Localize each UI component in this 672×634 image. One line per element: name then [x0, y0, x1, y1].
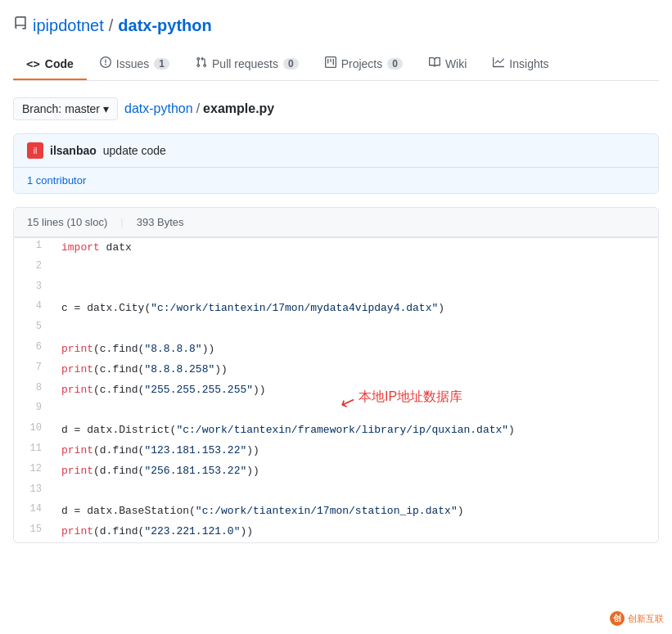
line-number: 4	[14, 299, 55, 319]
commit-footer: 1 contributor	[14, 168, 658, 193]
repo-header: ipipdotnet / datx-python	[13, 16, 659, 35]
breadcrumb-current-file: example.py	[203, 101, 274, 116]
repo-title-separator: /	[109, 16, 114, 35]
line-number: 5	[14, 319, 55, 339]
tab-pull-requests[interactable]: Pull requests 0	[183, 48, 312, 80]
pull-requests-badge: 0	[283, 58, 299, 70]
line-code: print(c.find("8.8.8.258"))	[55, 360, 658, 380]
line-code: c = datx.City("c:/work/tiantexin/17mon/m…	[55, 299, 658, 319]
file-size: 393 Bytes	[137, 216, 184, 228]
table-row: 10 d = datx.District("c:/work/tiantexin/…	[14, 420, 658, 441]
branch-selector[interactable]: Branch: master ▾	[13, 97, 118, 120]
line-code	[55, 259, 658, 279]
line-code: import datx	[55, 238, 658, 259]
line-number: 7	[14, 360, 55, 380]
file-path-row: Branch: master ▾ datx-python / example.p…	[13, 97, 659, 120]
pull-requests-icon	[196, 56, 207, 70]
tab-code-label: Code	[45, 57, 74, 70]
table-row: 1 import datx	[14, 238, 658, 259]
table-row: 6 print(c.find("8.8.8.8"))	[14, 339, 658, 360]
tab-pull-requests-label: Pull requests	[212, 57, 278, 70]
issues-badge: 1	[154, 58, 169, 70]
table-row: 5	[14, 319, 658, 339]
line-number: 9	[14, 400, 55, 420]
line-number: 14	[14, 501, 55, 522]
table-row: 12 print(d.find("256.181.153.22"))	[14, 461, 658, 482]
table-row: 14 d = datx.BaseStation("c:/work/tiantex…	[14, 501, 658, 522]
projects-icon	[325, 56, 336, 70]
wiki-icon	[429, 56, 440, 70]
line-code	[55, 279, 658, 299]
line-number: 2	[14, 259, 55, 279]
nav-tabs: <> Code Issues 1 Pull requests 0 Project…	[13, 48, 659, 81]
line-code: print(c.find("255.255.255.255"))	[55, 380, 658, 401]
file-breadcrumb: datx-python / example.py	[124, 101, 274, 116]
line-code	[55, 482, 658, 502]
commit-author[interactable]: ilsanbao	[50, 144, 97, 157]
line-code: d = datx.District("c:/work/tiantexin/fra…	[55, 420, 658, 441]
repo-icon	[13, 16, 28, 35]
code-container: 1 import datx 2 3 4	[13, 237, 659, 543]
branch-name: master	[65, 102, 100, 115]
line-number: 13	[14, 482, 55, 502]
insights-icon	[493, 56, 504, 70]
line-number: 11	[14, 441, 55, 461]
table-row: 13	[14, 482, 658, 502]
repo-owner-link[interactable]: ipipdotnet	[33, 16, 104, 35]
tab-code[interactable]: <> Code	[13, 49, 87, 80]
tab-wiki[interactable]: Wiki	[416, 48, 480, 80]
tab-insights[interactable]: Insights	[480, 48, 562, 80]
file-info-bar: 15 lines (10 sloc) | 393 Bytes	[13, 207, 659, 237]
table-row: 8 print(c.find("255.255.255.255"))	[14, 380, 658, 401]
tab-projects-label: Projects	[341, 57, 383, 70]
branch-label: Branch:	[22, 102, 61, 115]
contributor-link[interactable]: 1 contributor	[27, 174, 86, 187]
line-number: 3	[14, 279, 55, 299]
tab-wiki-label: Wiki	[445, 57, 467, 70]
line-code: print(d.find("256.181.153.22"))	[55, 461, 658, 482]
tab-issues-label: Issues	[116, 57, 149, 70]
line-number: 6	[14, 339, 55, 360]
issues-icon	[100, 56, 111, 70]
line-code: print(d.find("123.181.153.22"))	[55, 441, 658, 461]
line-code: print(c.find("8.8.8.8"))	[55, 339, 658, 360]
line-number: 15	[14, 522, 55, 542]
tab-insights-label: Insights	[509, 57, 548, 70]
table-row: 9	[14, 400, 658, 420]
table-row: 3	[14, 279, 658, 299]
breadcrumb-repo-link[interactable]: datx-python	[124, 101, 193, 116]
tab-projects[interactable]: Projects 0	[312, 48, 416, 80]
commit-header: il ilsanbao update code	[14, 134, 658, 168]
breadcrumb-separator: /	[196, 101, 200, 116]
commit-box: il ilsanbao update code 1 contributor	[13, 133, 659, 194]
code-icon: <>	[26, 57, 40, 70]
code-table: 1 import datx 2 3 4	[14, 238, 658, 542]
file-lines: 15 lines (10 sloc)	[27, 216, 107, 228]
line-number: 12	[14, 461, 55, 482]
file-info-divider: |	[120, 216, 123, 228]
line-number: 1	[14, 238, 55, 259]
table-row: 11 print(d.find("123.181.153.22"))	[14, 441, 658, 461]
line-number: 10	[14, 420, 55, 441]
repo-name-link[interactable]: datx-python	[118, 16, 211, 35]
table-row: 4 c = datx.City("c:/work/tiantexin/17mon…	[14, 299, 658, 319]
contributor-count: 1	[27, 174, 33, 187]
line-number: 8	[14, 380, 55, 401]
table-row: 2	[14, 259, 658, 279]
contributor-label-text: contributor	[36, 174, 86, 187]
projects-badge: 0	[387, 58, 403, 70]
table-row: 7 print(c.find("8.8.8.258"))	[14, 360, 658, 380]
line-code	[55, 400, 658, 420]
tab-issues[interactable]: Issues 1	[87, 48, 183, 80]
line-code: d = datx.BaseStation("c:/work/tiantexin/…	[55, 501, 658, 522]
line-code: print(d.find("223.221.121.0"))	[55, 522, 658, 542]
line-code	[55, 319, 658, 339]
commit-message: update code	[103, 144, 166, 157]
table-row: 15 print(d.find("223.221.121.0"))	[14, 522, 658, 542]
avatar: il	[27, 142, 43, 159]
commit-left: il ilsanbao update code	[27, 142, 166, 159]
chevron-down-icon: ▾	[103, 102, 109, 115]
code-wrapper: ↙ 本地IP地址数据库 1 import datx 2	[13, 237, 659, 543]
